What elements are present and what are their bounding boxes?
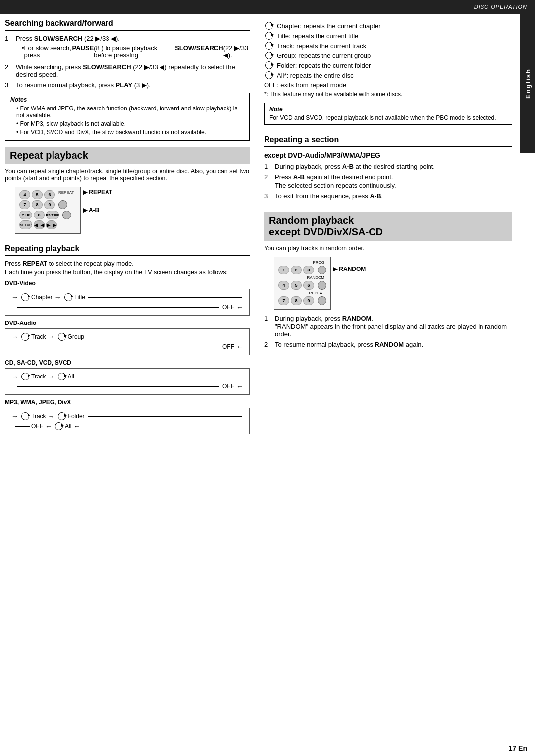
cd-item1: Track bbox=[31, 373, 46, 380]
kbd-btn-6: 6 bbox=[44, 190, 55, 199]
kbd-btn-9: 9 bbox=[44, 200, 55, 209]
repeating-playback-section: Repeating playback Press REPEAT to selec… bbox=[5, 244, 250, 434]
kbd-btn-5: 5 bbox=[32, 190, 43, 199]
repeat-label-small: REPEAT bbox=[278, 291, 326, 295]
mp3-item1: Track bbox=[31, 413, 46, 420]
repeat-icon-9 bbox=[55, 422, 63, 430]
repeat-btn-circle-r bbox=[318, 296, 326, 305]
random-label-small: RANDOM bbox=[278, 275, 326, 280]
dvd-video-label: DVD-Video bbox=[5, 280, 250, 287]
repeating-section-steps: 1 During playback, press A-B at the desi… bbox=[264, 163, 512, 200]
repeat-list-item-5: Folder: repeats the current folder bbox=[264, 61, 512, 69]
mp3-label: MP3, WMA, JPEG, DivX bbox=[5, 399, 250, 406]
repeat-list-item-7: OFF: exits from repeat mode bbox=[264, 81, 512, 89]
repeat-icon-3 bbox=[21, 333, 29, 341]
repeat-icon-7 bbox=[21, 412, 29, 420]
repeat-small-label: REPEAT bbox=[58, 190, 74, 195]
english-tab-text: English bbox=[524, 68, 532, 99]
search-title: Searching backward/forward bbox=[5, 19, 250, 31]
repeat-list-item-2: Title: repeats the current title bbox=[264, 32, 512, 40]
repeat-icon-r6 bbox=[265, 71, 273, 79]
page-container: DISC OPERATION English Searching backwar… bbox=[0, 0, 535, 756]
dvd-audio-diagram: → Track → Group OFF ← bbox=[5, 328, 250, 355]
search-step-1-text: Press SLOW/SEARCH (22 ▶/33 ◀). bbox=[16, 35, 120, 42]
repeat-list-item-4: Group: repeats the current group bbox=[264, 52, 512, 59]
repeat-icon-6 bbox=[58, 373, 66, 380]
kbd-btn-left: ◄◄ bbox=[34, 220, 45, 229]
repeat-list-item-6: All*: repeats the entire disc bbox=[264, 71, 512, 79]
search-step-3: 3 To resume normal playback, press PLAY … bbox=[5, 81, 250, 89]
random-step-1-sub: "RANDOM" appears in the front panel disp… bbox=[275, 323, 507, 338]
prog-label-small: PROG bbox=[278, 260, 326, 265]
search-step-2: 2 While searching, press SLOW/SEARCH (22… bbox=[5, 63, 250, 78]
main-content: Searching backward/forward 1 Press SLOW/… bbox=[0, 14, 520, 740]
repeat-list-item-3: Track: repeats the current track bbox=[264, 42, 512, 50]
repeat-icon-2 bbox=[64, 293, 72, 301]
dvd-video-item1: Chapter bbox=[31, 294, 53, 301]
search-step-2-text: While searching, press SLOW/SEARCH (22 ▶… bbox=[16, 63, 235, 78]
note-title: Note bbox=[269, 106, 507, 113]
kbd-btn-clr: CLR bbox=[19, 211, 32, 219]
rep-step-2-sub: The selected section repeats continuousl… bbox=[275, 182, 396, 189]
repeating-playback-title: Repeating playback bbox=[5, 244, 250, 256]
repeat-keyboard-diagram: 4 5 6 REPEAT 7 8 9 bbox=[15, 187, 81, 234]
note-text: For VCD and SVCD, repeat playback is not… bbox=[269, 114, 507, 121]
english-tab: English bbox=[520, 14, 535, 153]
kbd-btn-r5: 5 bbox=[291, 281, 302, 290]
kbd-btn-8: 8 bbox=[32, 200, 43, 209]
kbd-btn-right: ►► bbox=[46, 220, 57, 229]
repeat-list-item-1: Chapter: repeats the current chapter bbox=[264, 22, 512, 30]
repeat-icon-8 bbox=[58, 412, 66, 420]
random-step-1: 1 During playback, press RANDOM. "RANDOM… bbox=[264, 315, 512, 338]
repeating-section-subtitle: except DVD-Audio/MP3/WMA/JPEG bbox=[264, 151, 512, 159]
page-number: 17 En bbox=[0, 740, 535, 756]
notes-list: For WMA and JPEG, the search function (b… bbox=[10, 105, 244, 136]
kbd-btn-0: 0 bbox=[34, 211, 45, 219]
repeat-icon-5 bbox=[21, 373, 29, 380]
repeat-btn-circle bbox=[58, 200, 67, 209]
repeat-icon-r3 bbox=[265, 42, 273, 50]
kbd-btn-r9: 9 bbox=[303, 296, 314, 305]
dvd-audio-item1: Track bbox=[31, 333, 46, 340]
divider-right-1 bbox=[264, 130, 512, 130]
mp3-all: All bbox=[65, 423, 71, 430]
repeat-icon-r5 bbox=[265, 61, 273, 69]
random-btn-circle bbox=[318, 281, 326, 290]
search-step-1-bullet-1: For slow search, press PAUSE (8 ) to pau… bbox=[22, 44, 250, 59]
random-step-2: 2 To resume normal playback, press RANDO… bbox=[264, 341, 512, 348]
kbd-btn-enter: ENTER bbox=[46, 211, 59, 219]
kbd-btn-r8: 8 bbox=[291, 296, 302, 305]
repeating-section-title: Repeating a section bbox=[264, 135, 512, 147]
top-bar: DISC OPERATION bbox=[0, 0, 535, 14]
repeat-icon-r2 bbox=[265, 32, 273, 40]
ab-btn-circle bbox=[62, 211, 71, 219]
random-label-text: ▶ RANDOM bbox=[333, 257, 366, 272]
prog-btn-circle bbox=[318, 266, 326, 274]
notes-title: Notes bbox=[10, 96, 244, 103]
repeat-icon-4 bbox=[58, 333, 66, 341]
random-playback-intro: You can play tracks in random order. bbox=[264, 245, 512, 252]
repeat-playback-intro: You can repeat single chapter/track, sin… bbox=[5, 168, 250, 182]
repeat-icon-r4 bbox=[265, 52, 273, 59]
search-step-1-bullets: For slow search, press PAUSE (8 ) to pau… bbox=[16, 44, 250, 59]
rep-step-3: 3 To exit from the sequence, press A-B. bbox=[264, 192, 512, 200]
repeat-icon-1 bbox=[21, 293, 29, 301]
note-1: For WMA and JPEG, the search function (b… bbox=[16, 105, 244, 119]
search-section: Searching backward/forward 1 Press SLOW/… bbox=[5, 19, 250, 141]
divider-right-2 bbox=[264, 206, 512, 206]
kbd-btn-4: 4 bbox=[19, 190, 30, 199]
search-steps: 1 Press SLOW/SEARCH (22 ▶/33 ◀). For slo… bbox=[5, 35, 250, 89]
note-box: Note For VCD and SVCD, repeat playback i… bbox=[264, 103, 512, 125]
mp3-item2: Folder bbox=[68, 413, 85, 420]
repeating-playback-sub: Each time you press the button, the disp… bbox=[5, 269, 250, 276]
left-column: Searching backward/forward 1 Press SLOW/… bbox=[5, 19, 259, 735]
random-playback-box-title: Random playback except DVD/DivX/SA-CD bbox=[264, 212, 512, 241]
repeat-list-section: Chapter: repeats the current chapter Tit… bbox=[264, 22, 512, 98]
right-column: Chapter: repeats the current chapter Tit… bbox=[259, 19, 512, 735]
dvd-audio-item2: Group bbox=[68, 333, 84, 340]
cd-sacd-label: CD, SA-CD, VCD, SVCD bbox=[5, 359, 250, 366]
random-keyboard-diagram: PROG 1 2 3 RANDOM 4 5 6 REPEAT bbox=[274, 257, 331, 310]
ab-label: ▶ A-B bbox=[83, 207, 112, 214]
repeat-playback-box-title: Repeat playback bbox=[5, 147, 250, 164]
note-3: For VCD, SVCD and DivX, the slow backwar… bbox=[16, 129, 244, 136]
